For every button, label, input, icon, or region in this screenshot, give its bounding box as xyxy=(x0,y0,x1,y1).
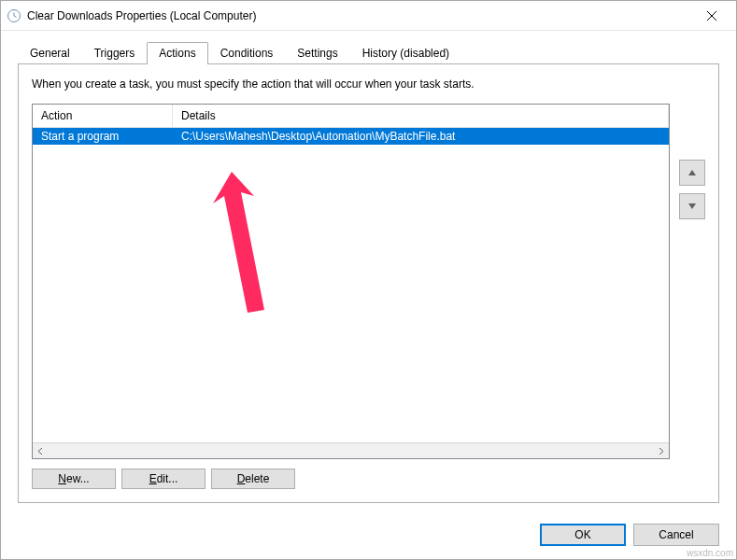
watermark: wsxdn.com xyxy=(687,548,733,558)
actions-list[interactable]: Action Details Start a program C:\Users\… xyxy=(32,104,670,459)
properties-window: Clear Downloads Properties (Local Comput… xyxy=(0,0,737,560)
action-buttons-row: New... Edit... Delete xyxy=(32,469,705,489)
close-icon xyxy=(707,11,716,21)
tab-conditions[interactable]: Conditions xyxy=(208,42,286,64)
dialog-buttons: OK Cancel xyxy=(1,514,736,559)
delete-button[interactable]: Delete xyxy=(211,469,295,489)
tab-actions[interactable]: Actions xyxy=(147,42,207,64)
scroll-right-button[interactable] xyxy=(653,443,669,458)
window-title: Clear Downloads Properties (Local Comput… xyxy=(27,9,693,22)
edit-button[interactable]: Edit... xyxy=(121,469,206,489)
tab-history[interactable]: History (disabled) xyxy=(350,42,461,64)
move-up-button[interactable] xyxy=(679,160,705,186)
move-down-button[interactable] xyxy=(679,193,705,219)
chevron-right-icon xyxy=(658,448,664,455)
tab-strip: General Triggers Actions Conditions Sett… xyxy=(1,31,736,64)
order-buttons xyxy=(679,104,705,459)
actions-list-container: Action Details Start a program C:\Users\… xyxy=(32,104,705,459)
panel-description: When you create a task, you must specify… xyxy=(32,77,705,91)
cancel-button[interactable]: Cancel xyxy=(633,524,719,546)
ok-button[interactable]: OK xyxy=(540,524,626,546)
scroll-track[interactable] xyxy=(49,443,653,458)
tab-triggers[interactable]: Triggers xyxy=(82,42,148,64)
horizontal-scrollbar[interactable] xyxy=(33,442,669,458)
list-header: Action Details xyxy=(33,105,669,128)
col-header-action[interactable]: Action xyxy=(33,105,173,127)
list-body: Start a program C:\Users\Mahesh\Desktop\… xyxy=(33,128,669,442)
col-header-details[interactable]: Details xyxy=(173,105,669,127)
close-button[interactable] xyxy=(693,3,730,29)
actions-panel: When you create a task, you must specify… xyxy=(18,63,719,503)
titlebar: Clear Downloads Properties (Local Comput… xyxy=(1,1,736,31)
triangle-down-icon xyxy=(688,203,696,209)
table-row[interactable]: Start a program C:\Users\Mahesh\Desktop\… xyxy=(33,128,669,145)
triangle-up-icon xyxy=(688,170,696,175)
new-button[interactable]: New... xyxy=(32,469,116,489)
chevron-left-icon xyxy=(37,448,44,455)
clock-icon xyxy=(7,8,21,23)
scroll-left-button[interactable] xyxy=(33,443,49,458)
cell-details: C:\Users\Mahesh\Desktop\Automation\MyBat… xyxy=(173,128,669,145)
cell-action: Start a program xyxy=(33,128,173,145)
tab-settings[interactable]: Settings xyxy=(285,42,349,64)
tab-general[interactable]: General xyxy=(18,42,82,64)
